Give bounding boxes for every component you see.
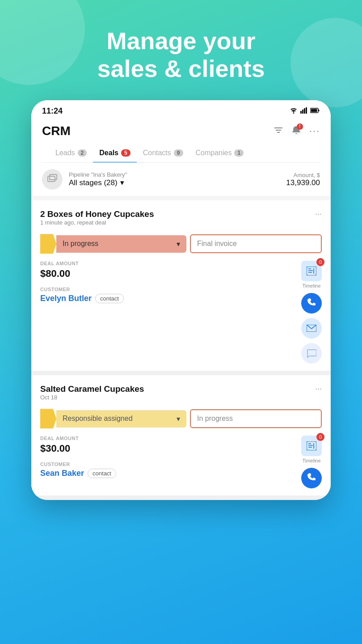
deal-2-stage-row: Responsible assigned ▾ In progress xyxy=(40,409,322,428)
deal-1-customer-label: CUSTOMER xyxy=(40,287,301,292)
deal-2-header: Salted Caramel Cupcakes Oct 18 ··· xyxy=(40,384,322,407)
deal-2-call-btn[interactable] xyxy=(301,468,322,488)
deal-1-header: 2 Boxes of Honey Cupcakes 1 minute ago, … xyxy=(40,209,322,232)
wifi-icon xyxy=(290,107,298,115)
deal-2-timeline-btn[interactable]: 0 Timeline xyxy=(301,436,322,463)
deal-2-timeline-icon[interactable]: 0 xyxy=(301,436,322,456)
deal-2-contact-badge: contact xyxy=(88,469,116,478)
tab-leads[interactable]: Leads 2 xyxy=(49,144,93,162)
tab-deals-label: Deals xyxy=(99,149,118,157)
header-actions: ! ··· xyxy=(274,125,320,137)
deal-1-email-btn[interactable] xyxy=(301,318,322,339)
pipeline-avatar xyxy=(42,169,63,190)
deal-1-stage-row: In progress ▾ Final invoice xyxy=(40,234,322,254)
hero-line1: Manage your xyxy=(97,27,265,55)
timeline-badge-1: 0 xyxy=(316,258,324,266)
deal-1-amount-label: DEAL AMOUNT xyxy=(40,261,301,266)
status-bar: 11:24 xyxy=(31,100,331,120)
deal-2-title: Salted Caramel Cupcakes xyxy=(40,384,144,394)
chevron-down-icon: ▾ xyxy=(120,178,124,187)
deal-2-meta: Oct 18 xyxy=(40,394,144,401)
tab-contacts-label: Contacts xyxy=(143,149,171,157)
more-options-icon[interactable]: ··· xyxy=(309,125,320,137)
phone-frame: 11:24 CRM ! ··· xyxy=(31,100,331,500)
svg-rect-2 xyxy=(304,108,305,114)
deal-2-arrow xyxy=(40,409,56,428)
svg-rect-11 xyxy=(50,174,57,180)
deal-2-amount-value: $30.00 xyxy=(40,443,301,454)
deal-2-info: DEAL AMOUNT $30.00 CUSTOMER Sean Baker c… xyxy=(40,436,301,478)
deal-1-more-icon[interactable]: ··· xyxy=(315,209,322,219)
deal-2-amount-label: DEAL AMOUNT xyxy=(40,436,301,441)
pipeline-stages[interactable]: All stages (28) ▾ xyxy=(69,178,127,187)
deal-1-details: DEAL AMOUNT $80.00 CUSTOMER Evelyn Butle… xyxy=(40,261,322,371)
timeline-label-2: Timeline xyxy=(302,458,320,463)
tab-deals-badge: 5 xyxy=(121,149,130,157)
header-row: CRM ! ··· xyxy=(42,124,320,144)
status-time: 11:24 xyxy=(42,106,63,116)
deal-2-customer-label: CUSTOMER xyxy=(40,462,301,467)
hero-line2: sales & clients xyxy=(97,55,265,82)
deal-2-next-stage: In progress xyxy=(190,409,322,428)
pipeline-bar: Pipeline "Ina's Bakery" All stages (28) … xyxy=(31,163,331,196)
amount-label: Amount, $ xyxy=(286,172,320,178)
deal-1-message-btn[interactable] xyxy=(301,343,322,364)
deal-1-amount-value: $80.00 xyxy=(40,268,301,280)
timeline-badge-2: 0 xyxy=(316,433,324,441)
filter-icon[interactable] xyxy=(274,126,283,136)
deal-1-next-stage: Final invoice xyxy=(190,234,322,253)
svg-rect-5 xyxy=(318,110,320,111)
deal-1-info: DEAL AMOUNT $80.00 CUSTOMER Evelyn Butle… xyxy=(40,261,301,303)
battery-icon xyxy=(310,107,320,115)
stage-dropdown-icon: ▾ xyxy=(177,240,180,248)
pipeline-amount: Amount, $ 13,939.00 xyxy=(286,172,320,187)
tab-deals[interactable]: Deals 5 xyxy=(93,144,136,162)
amount-value: 13,939.00 xyxy=(286,178,320,187)
deal-2-stage-select[interactable]: Responsible assigned ▾ xyxy=(56,410,186,428)
deal-1-timeline-btn[interactable]: 0 Timeline xyxy=(301,261,322,288)
deal-2-customer-name[interactable]: Sean Baker xyxy=(40,469,84,478)
deal-1-call-btn[interactable] xyxy=(301,293,322,314)
tab-contacts[interactable]: Contacts 9 xyxy=(137,144,189,162)
notification-icon[interactable]: ! xyxy=(291,125,301,137)
deal-1-actions: 0 Timeline xyxy=(301,261,322,364)
status-icons xyxy=(290,107,320,115)
deal-1-meta: 1 minute ago, repeat deal xyxy=(40,219,154,226)
tab-companies[interactable]: Companies 1 xyxy=(189,144,250,162)
deals-list: 2 Boxes of Honey Cupcakes 1 minute ago, … xyxy=(31,200,331,500)
stage-2-dropdown-icon: ▾ xyxy=(177,415,180,423)
deal-card-2: Salted Caramel Cupcakes Oct 18 ··· Respo… xyxy=(31,375,331,496)
deal-2-details: DEAL AMOUNT $30.00 CUSTOMER Sean Baker c… xyxy=(40,436,322,496)
tab-companies-badge: 1 xyxy=(234,149,244,157)
bg-decoration-2 xyxy=(290,18,362,107)
hero-text: Manage your sales & clients xyxy=(97,27,265,82)
deal-2-more-icon[interactable]: ··· xyxy=(315,384,322,394)
tab-leads-label: Leads xyxy=(55,149,75,157)
deal-2-actions: 0 Timeline xyxy=(301,436,322,488)
bg-decoration-1 xyxy=(0,0,85,85)
deal-1-arrow xyxy=(40,234,56,254)
svg-rect-10 xyxy=(48,176,55,182)
deal-1-title: 2 Boxes of Honey Cupcakes xyxy=(40,209,154,219)
pipeline-name: Pipeline "Ina's Bakery" xyxy=(69,171,127,178)
timeline-icon[interactable]: 0 xyxy=(301,261,322,281)
app-header: CRM ! ··· Leads 2 Deals 5 xyxy=(31,120,331,163)
svg-rect-6 xyxy=(311,109,317,112)
svg-rect-3 xyxy=(306,107,307,114)
pipeline-info: Pipeline "Ina's Bakery" All stages (28) … xyxy=(42,169,127,190)
svg-rect-12 xyxy=(307,267,316,275)
tabs-container: Leads 2 Deals 5 Contacts 9 Companies 1 xyxy=(42,144,320,163)
tab-contacts-badge: 9 xyxy=(174,149,183,157)
deal-1-customer-name[interactable]: Evelyn Butler xyxy=(40,294,92,303)
svg-rect-18 xyxy=(307,441,316,450)
svg-rect-1 xyxy=(302,110,303,114)
deal-card-1: 2 Boxes of Honey Cupcakes 1 minute ago, … xyxy=(31,200,331,371)
deal-1-contact-badge: contact xyxy=(95,294,124,303)
svg-rect-0 xyxy=(300,111,302,114)
signal-icon xyxy=(300,107,307,115)
deal-1-stage-select[interactable]: In progress ▾ xyxy=(56,235,186,253)
tab-leads-badge: 2 xyxy=(78,149,87,157)
app-title: CRM xyxy=(42,124,71,138)
tab-companies-label: Companies xyxy=(196,149,232,157)
timeline-label-1: Timeline xyxy=(302,283,320,288)
